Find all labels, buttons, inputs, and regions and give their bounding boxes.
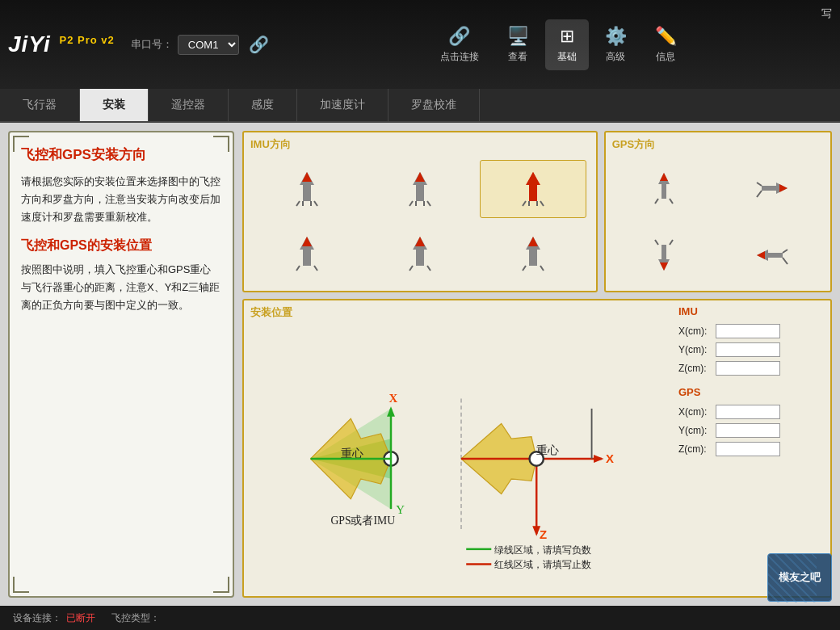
svg-text:红线区域，请填写止数: 红线区域，请填写止数 — [494, 559, 591, 570]
svg-line-14 — [523, 201, 526, 206]
imu-arrow-4[interactable] — [367, 225, 473, 283]
panel-text-2: 按照图中说明，填入飞控重心和GPS重心与飞行器重心的距离，注意X、Y和Z三轴距离… — [21, 261, 221, 314]
nav-connect-label: 点击连接 — [440, 50, 479, 64]
basic-nav-icon: ⊞ — [560, 26, 574, 47]
svg-text:Z: Z — [540, 528, 547, 541]
connect-nav-icon: 🔗 — [448, 26, 470, 47]
svg-line-45 — [783, 258, 788, 264]
svg-marker-35 — [779, 184, 788, 192]
panel-text-1: 请根据您实际的安装位置来选择图中的飞控方向和罗盘方向，注意当安装方向改变后加速度… — [21, 173, 221, 226]
imu-y-label: Y(cm): — [678, 344, 711, 355]
svg-line-32 — [655, 199, 658, 204]
imu-arrow-0[interactable] — [254, 160, 360, 218]
svg-text:Y: Y — [396, 503, 405, 516]
nav-view[interactable]: 🖥️ 查看 — [495, 19, 541, 70]
imu-arrow-1[interactable] — [367, 160, 473, 218]
view-nav-icon: 🖥️ — [507, 26, 529, 47]
svg-line-9 — [427, 201, 430, 206]
right-panel: IMU方向 — [242, 131, 832, 598]
device-label: 设备连接： — [13, 611, 61, 625]
connect-icon: 🔗 — [249, 35, 269, 54]
nav-info-label: 信息 — [656, 50, 675, 64]
svg-line-25 — [427, 266, 430, 271]
svg-marker-23 — [415, 237, 425, 246]
install-right-panel: IMU X(cm): Y(cm): Z(cm): GPS X(cm): — [678, 305, 824, 591]
svg-line-36 — [757, 183, 762, 186]
svg-marker-60 — [594, 455, 603, 463]
gps-direction-title: GPS方向 — [612, 137, 824, 152]
imu-direction-box: IMU方向 — [242, 131, 598, 292]
port-select[interactable]: COM1 — [178, 35, 239, 55]
gps-z-row: Z(cm): — [678, 442, 824, 456]
main-content: 飞控和GPS安装方向 请根据您实际的安装位置来选择图中的飞控方向和罗盘方向，注意… — [0, 123, 840, 606]
gps-arrow-up[interactable] — [612, 157, 716, 219]
gps-direction-box: GPS方向 — [604, 131, 832, 292]
nav-basic[interactable]: ⊞ 基础 — [545, 19, 589, 70]
nav-info[interactable]: ✏️ 信息 — [643, 19, 689, 70]
svg-line-2 — [296, 201, 300, 206]
direction-section: IMU方向 — [242, 131, 832, 292]
imu-z-input[interactable] — [716, 361, 780, 376]
imu-fields-label: IMU — [678, 305, 824, 317]
svg-text:重心: 重心 — [341, 447, 363, 460]
imu-arrow-5[interactable] — [480, 225, 586, 283]
imu-x-row: X(cm): — [678, 324, 824, 338]
top-nav: 🔗 点击连接 🖥️ 查看 ⊞ 基础 ⚙️ 高级 ✏️ 信息 — [285, 19, 832, 70]
tab-remote[interactable]: 遥控器 — [149, 89, 229, 121]
install-diagram: 安装位置 重心 — [250, 305, 672, 591]
gps-y-row: Y(cm): — [678, 423, 824, 438]
svg-line-15 — [540, 201, 544, 206]
imu-y-input[interactable] — [716, 342, 780, 357]
svg-text:X: X — [606, 452, 614, 465]
svg-line-24 — [410, 266, 413, 271]
tab-compass[interactable]: 罗盘校准 — [388, 89, 480, 121]
svg-line-40 — [655, 240, 658, 245]
gps-y-input[interactable] — [716, 423, 780, 438]
gps-z-label: Z(cm): — [678, 443, 711, 455]
imu-y-row: Y(cm): — [678, 342, 824, 357]
gps-x-input[interactable] — [716, 405, 780, 419]
install-diagram-svg: 重心 X Y GPS或者IMU — [250, 325, 672, 593]
tab-aircraft[interactable]: 飞行器 — [0, 89, 80, 121]
fc-type-status: 飞控类型： — [111, 611, 165, 625]
imu-arrow-2-selected[interactable] — [480, 160, 586, 218]
svg-line-3 — [314, 201, 317, 206]
svg-line-37 — [757, 191, 762, 197]
advanced-nav-icon: ⚙️ — [605, 26, 627, 47]
port-label: 串口号： — [131, 37, 173, 52]
nav-basic-label: 基础 — [557, 50, 577, 64]
nav-connect[interactable]: 🔗 点击连接 — [428, 19, 491, 70]
svg-line-33 — [670, 199, 673, 204]
svg-line-21 — [314, 266, 317, 271]
gps-x-row: X(cm): — [678, 405, 824, 419]
svg-text:X: X — [389, 392, 398, 405]
panel-title-1: 飞控和GPS安装方向 — [21, 145, 221, 165]
svg-text:GPS或者IMU: GPS或者IMU — [330, 514, 395, 527]
app-logo: JiYi P2 Pro v2 — [8, 32, 115, 57]
imu-x-input[interactable] — [716, 324, 780, 338]
tab-sensor[interactable]: 感度 — [229, 89, 297, 121]
device-value: 已断开 — [66, 611, 95, 625]
write-button[interactable]: 写 — [821, 6, 832, 21]
svg-marker-19 — [302, 237, 312, 246]
device-status: 设备连接： 已断开 — [13, 611, 95, 625]
tab-install[interactable]: 安装 — [80, 89, 149, 121]
svg-line-41 — [670, 240, 673, 245]
tab-bar: 飞行器 安装 遥控器 感度 加速度计 罗盘校准 — [0, 89, 840, 123]
imu-arrow-3[interactable] — [254, 225, 360, 283]
svg-marker-31 — [660, 173, 668, 181]
svg-marker-7 — [415, 172, 425, 182]
fc-label: 飞控类型： — [111, 611, 160, 625]
nav-view-label: 查看 — [508, 50, 527, 64]
gps-z-input[interactable] — [716, 442, 780, 456]
svg-line-29 — [540, 266, 544, 271]
status-bar: 设备连接： 已断开 飞控类型： — [0, 606, 840, 630]
gps-arrow-down[interactable] — [612, 224, 716, 286]
gps-arrow-right[interactable] — [720, 157, 824, 219]
svg-marker-27 — [528, 237, 538, 246]
nav-advanced[interactable]: ⚙️ 高级 — [593, 19, 639, 70]
gps-arrow-left[interactable] — [720, 224, 824, 286]
gps-x-label: X(cm): — [678, 406, 711, 418]
gps-arrows-grid — [612, 157, 824, 286]
tab-accel[interactable]: 加速度计 — [297, 89, 388, 121]
